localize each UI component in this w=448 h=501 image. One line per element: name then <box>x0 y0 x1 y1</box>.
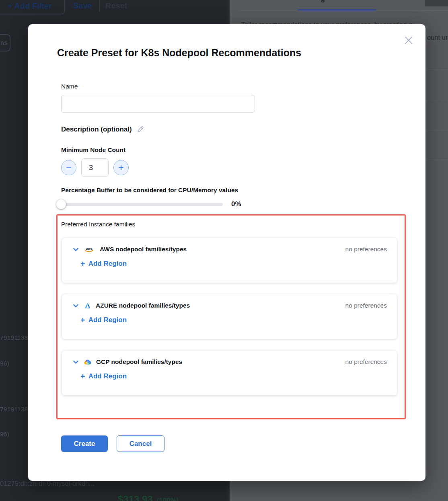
add-region-button[interactable]: + Add Region <box>80 316 127 324</box>
plus-icon: + <box>80 260 85 268</box>
modal-title: Create Preset for K8s Nodepool Recommend… <box>57 47 301 59</box>
min-node-count-stepper: − + <box>61 158 129 177</box>
add-region-label: Add Region <box>88 260 127 268</box>
provider-card-gcp: GCP nodepool families/types no preferenc… <box>62 351 397 395</box>
decrement-button[interactable]: − <box>61 160 76 175</box>
provider-name: GCP nodepool families/types <box>96 358 182 365</box>
azure-logo-icon <box>84 303 91 309</box>
create-button[interactable]: Create <box>61 435 108 452</box>
buffer-label: Percentage Buffer to be considered for C… <box>61 187 238 194</box>
svg-text:aws: aws <box>86 246 92 250</box>
save-button[interactable]: Save <box>73 1 92 10</box>
gcp-logo-icon <box>84 359 91 365</box>
toolbar-divider <box>99 0 100 12</box>
description-label: Description (optional) <box>61 125 132 133</box>
buffer-slider-track[interactable] <box>61 203 223 206</box>
preferred-families-label: Preferred Instance families <box>61 221 135 228</box>
buffer-slider-thumb[interactable] <box>56 199 66 209</box>
plus-icon: + <box>80 372 85 380</box>
background-text-fragment: 96) <box>0 431 9 438</box>
provider-status: no preferences <box>345 246 387 253</box>
chevron-down-icon[interactable] <box>72 302 79 309</box>
close-icon[interactable] <box>403 35 414 46</box>
background-text-fragment: 96) <box>0 360 9 367</box>
buffer-value: 0% <box>231 200 241 208</box>
add-region-button[interactable]: + Add Region <box>80 260 127 268</box>
filter-chip[interactable]: ns <box>0 34 10 51</box>
name-label: Name <box>61 83 78 90</box>
cost-amount: $313.93 <box>118 494 153 501</box>
provider-card-aws: aws AWS nodepool families/types no prefe… <box>62 238 397 283</box>
add-region-label: Add Region <box>88 372 127 380</box>
top-corner-strip <box>425 0 448 6</box>
background-text-fragment: 79191138 <box>0 406 28 413</box>
provider-card-azure: AZURE nodepool families/types no prefere… <box>62 294 397 339</box>
edit-pencil-icon[interactable] <box>136 125 144 133</box>
provider-name: AZURE nodepool families/types <box>96 302 190 309</box>
min-node-count-input[interactable] <box>81 158 109 177</box>
add-filter-button[interactable]: + Add Filter <box>0 0 65 14</box>
aws-logo-icon: aws <box>84 246 95 253</box>
provider-name: AWS nodepool families/types <box>100 246 187 253</box>
plus-icon: + <box>80 316 85 324</box>
modal-actions: Create Cancel <box>61 435 164 452</box>
chevron-down-icon[interactable] <box>72 246 79 253</box>
cost-percent: (100%) <box>157 497 179 501</box>
provider-status: no preferences <box>345 358 387 365</box>
add-region-button[interactable]: + Add Region <box>80 372 127 380</box>
cancel-button[interactable]: Cancel <box>117 435 164 452</box>
tab-label-fragment[interactable]: g <box>321 0 325 3</box>
increment-button[interactable]: + <box>113 160 129 175</box>
background-text-fragment: 79191138 <box>0 334 28 341</box>
cost-text: $313.93 (100%) <box>118 494 179 501</box>
intro-text-line2-fragment: ount ur <box>427 34 448 41</box>
min-node-count-label: Minimum Node Count <box>61 146 125 154</box>
provider-status: no preferences <box>345 302 387 309</box>
chevron-down-icon[interactable] <box>72 359 79 365</box>
header-divider <box>240 10 448 10</box>
name-input[interactable] <box>61 95 255 113</box>
screen: + Add Filter Save Reset ns 79191138 96) … <box>0 0 448 501</box>
reset-button[interactable]: Reset <box>105 1 127 10</box>
create-preset-modal: Create Preset for K8s Nodepool Recommend… <box>28 24 425 481</box>
add-region-label: Add Region <box>88 316 127 324</box>
